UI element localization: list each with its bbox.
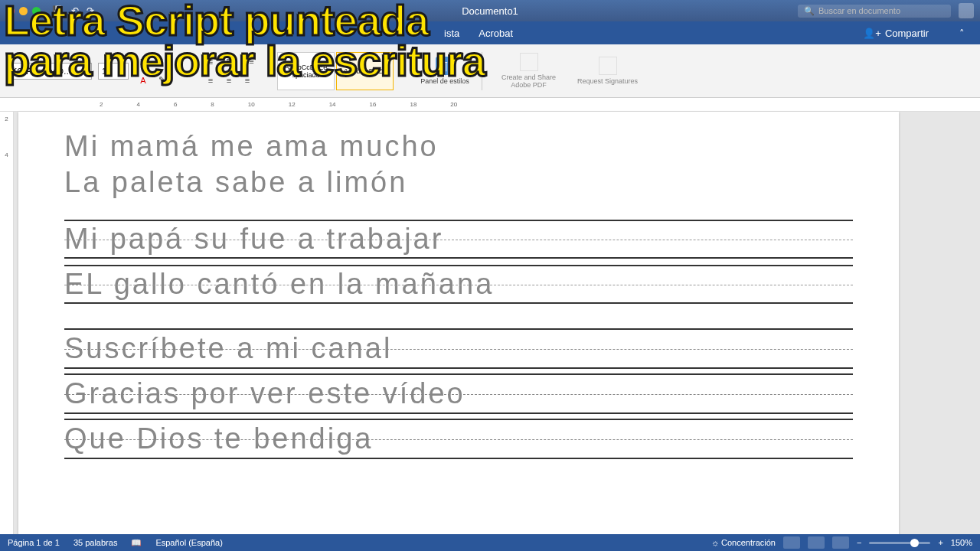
create-pdf-button[interactable]: Create and Share Adobe PDF — [492, 50, 565, 92]
horizontal-ruler[interactable]: 2468101214161820 — [0, 98, 980, 112]
font-selector[interactable]: KG Primary D… — [8, 63, 92, 80]
zoom-slider[interactable] — [869, 542, 930, 544]
align-center-button[interactable]: ≡ — [220, 72, 237, 89]
undo-icon[interactable]: ↶ — [71, 5, 79, 16]
collapse-ribbon-icon[interactable]: ˄ — [959, 28, 965, 39]
underline-button[interactable]: U — [172, 54, 188, 70]
text-line-3[interactable]: Mi papá su fue a trabajar — [64, 220, 853, 259]
style-selected[interactable]: AaBbCcDdEe — [336, 52, 394, 90]
statusbar: Página 1 de 1 35 palabras 📖 Español (Esp… — [0, 534, 980, 551]
view-print-icon[interactable] — [783, 536, 800, 549]
highlight-button[interactable]: ✎ — [153, 72, 170, 89]
ribbon-tabs: ista Acrobat 👤+ Compartir ˄ — [0, 21, 980, 44]
share-button[interactable]: 👤+ Compartir — [863, 28, 929, 39]
bold-button[interactable]: B — [135, 54, 152, 70]
pdf-icon — [520, 53, 538, 71]
align-left-button[interactable]: ≡ — [202, 72, 219, 89]
font-color-button[interactable]: A — [135, 72, 152, 89]
styles-panel-button[interactable]: ¶ Panel de estilos — [418, 50, 472, 92]
zoom-in-button[interactable]: + — [938, 538, 942, 547]
view-web-icon[interactable] — [808, 536, 825, 549]
text-line-7[interactable]: Que Dios te bendiga — [64, 419, 853, 459]
tab-vista[interactable]: ista — [444, 28, 459, 39]
focus-mode-button[interactable]: ☼ Concentración — [711, 538, 776, 547]
request-signatures-button[interactable]: Request Signatures — [571, 50, 644, 92]
language-selector[interactable]: Español (España) — [155, 538, 222, 547]
view-outline-icon[interactable] — [832, 536, 849, 549]
signature-icon — [599, 57, 617, 75]
numbering-button[interactable]: ≣ — [220, 54, 237, 70]
workspace: 24 Mi mamá me ama mucho La paleta sabe a… — [0, 112, 980, 536]
collaborator-icon[interactable] — [959, 3, 974, 18]
vertical-ruler[interactable]: 24 — [0, 112, 14, 536]
minimize-icon[interactable] — [19, 7, 28, 15]
style-normal[interactable]: AaBbCcDdEespaciado — [277, 52, 335, 90]
search-input[interactable]: 🔍 Buscar en documento — [798, 5, 951, 18]
document-page[interactable]: Mi mamá me ama mucho La paleta sabe a li… — [18, 112, 899, 536]
zoom-out-button[interactable]: − — [857, 538, 861, 547]
tab-acrobat[interactable]: Acrobat — [479, 28, 513, 39]
text-line-6[interactable]: Gracias por ver este vídeo — [64, 373, 853, 414]
text-line-5[interactable]: Suscríbete a mi canal — [64, 328, 853, 369]
text-line-4[interactable]: EL gallo cantó en la mañana — [64, 265, 853, 304]
zoom-level[interactable]: 150% — [951, 538, 972, 547]
close-icon[interactable] — [6, 7, 15, 15]
spellcheck-icon[interactable]: 📖 — [131, 538, 142, 548]
italic-button[interactable]: I — [153, 54, 170, 70]
styles-more-icon[interactable]: ▸ — [395, 52, 412, 69]
maximize-icon[interactable] — [32, 7, 41, 15]
text-line-1[interactable]: Mi mamá me ama mucho — [64, 130, 853, 163]
text-line-2[interactable]: La paleta sabe a limón — [64, 166, 853, 199]
window-controls[interactable] — [6, 7, 41, 15]
styles-gallery: AaBbCcDdEespaciado AaBbCcDdEe ▸ — [277, 52, 412, 90]
search-icon: 🔍 — [804, 6, 815, 16]
ribbon: KG Primary D… 14 B I U A ✎ ≡ ≣ ⋮≡ ≡ ≡ ≡ … — [0, 44, 980, 98]
font-size-selector[interactable]: 14 — [98, 63, 129, 80]
redo-icon[interactable]: ↷ — [87, 5, 94, 16]
align-right-button[interactable]: ≡ — [239, 72, 256, 89]
titlebar: 💾 ↶ ↷ Documento1 🔍 Buscar en documento — [0, 0, 980, 21]
bullets-button[interactable]: ≡ — [202, 54, 219, 70]
save-icon[interactable]: 💾 — [52, 5, 64, 16]
pilcrow-icon: ¶ — [436, 57, 454, 75]
multilevel-button[interactable]: ⋮≡ — [239, 54, 256, 70]
page-count[interactable]: Página 1 de 1 — [8, 538, 60, 547]
word-count[interactable]: 35 palabras — [74, 538, 118, 547]
share-icon: 👤+ — [863, 28, 881, 39]
document-title: Documento1 — [462, 5, 518, 17]
